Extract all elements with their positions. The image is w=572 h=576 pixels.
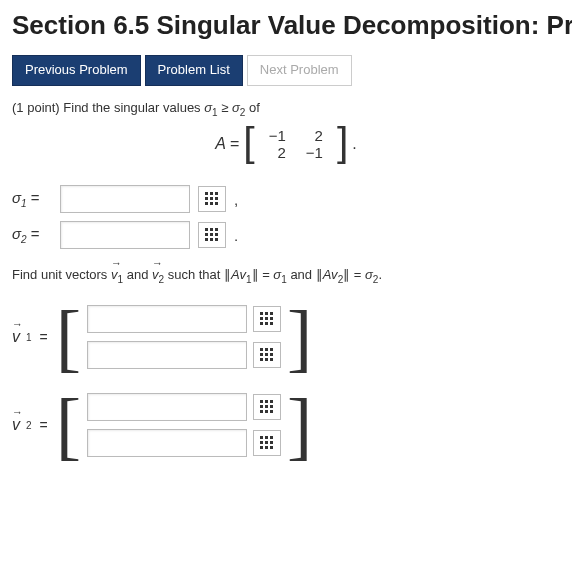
svg-rect-11 — [215, 228, 218, 231]
v1-label: v — [12, 328, 20, 346]
p2-Av2: Av — [323, 267, 338, 282]
svg-rect-17 — [215, 238, 218, 241]
keypad-button[interactable] — [253, 394, 281, 420]
keypad-button[interactable] — [253, 430, 281, 456]
page-title: Section 6.5 Singular Value Decomposition… — [12, 10, 560, 41]
next-problem-button: Next Problem — [247, 55, 352, 86]
sigma1-input[interactable] — [60, 185, 190, 213]
svg-rect-8 — [215, 202, 218, 205]
grid-icon — [260, 348, 274, 362]
grid-icon — [205, 192, 219, 206]
sigma1: σ — [204, 100, 212, 115]
svg-rect-42 — [260, 410, 263, 413]
sigma2-input[interactable] — [60, 221, 190, 249]
m-1-2: 2 — [296, 127, 333, 144]
p2-eq1: = — [259, 267, 274, 282]
svg-rect-50 — [270, 441, 273, 444]
problem-list-button[interactable]: Problem List — [145, 55, 243, 86]
svg-rect-31 — [265, 353, 268, 356]
sigma2: σ — [232, 100, 240, 115]
svg-rect-27 — [260, 348, 263, 351]
v2-lbracket: [ — [56, 397, 81, 454]
svg-rect-30 — [260, 353, 263, 356]
svg-rect-38 — [270, 400, 273, 403]
sigma2-row: σ2 = . — [12, 221, 560, 249]
svg-rect-14 — [215, 233, 218, 236]
previous-problem-button[interactable]: Previous Problem — [12, 55, 141, 86]
grid-icon — [205, 228, 219, 242]
svg-rect-39 — [260, 405, 263, 408]
m-2-2: −1 — [296, 144, 333, 161]
svg-rect-44 — [270, 410, 273, 413]
svg-rect-15 — [205, 238, 208, 241]
problem-prompt-2: Find unit vectors v1 and v2 such that ∥A… — [12, 267, 560, 285]
sigma2-lhs: σ — [12, 225, 21, 242]
keypad-button[interactable] — [198, 222, 226, 248]
prompt-text: Find the singular values — [63, 100, 204, 115]
matrix-table: −12 2−1 — [259, 127, 333, 161]
bracket-left: [ — [243, 126, 254, 159]
svg-rect-0 — [205, 192, 208, 195]
svg-rect-52 — [265, 446, 268, 449]
v1-sub: 1 — [26, 332, 32, 343]
svg-rect-26 — [270, 322, 273, 325]
keypad-button[interactable] — [198, 186, 226, 212]
svg-rect-24 — [260, 322, 263, 325]
p2-period: . — [378, 267, 382, 282]
svg-rect-13 — [210, 233, 213, 236]
svg-rect-16 — [210, 238, 213, 241]
sigma1-lhs: σ — [12, 189, 21, 206]
svg-rect-49 — [265, 441, 268, 444]
svg-rect-28 — [265, 348, 268, 351]
v2-block: v2 = [ ] — [12, 389, 560, 461]
p2-sig2: σ — [365, 267, 373, 282]
svg-rect-48 — [260, 441, 263, 444]
p2-eq2: = — [350, 267, 365, 282]
svg-rect-33 — [260, 358, 263, 361]
p2-and2: and — [287, 267, 316, 282]
geq-symbol: ≥ — [218, 100, 232, 115]
p2-Av1: Av — [231, 267, 246, 282]
v2-eq: = — [40, 417, 48, 433]
svg-rect-46 — [265, 436, 268, 439]
svg-rect-35 — [270, 358, 273, 361]
p2-norm1b: ∥ — [252, 267, 259, 282]
matrix-equation: A = [ −12 2−1 ] . — [12, 127, 560, 161]
prompt-tail: of — [245, 100, 259, 115]
sigma1-row: σ1 = , — [12, 185, 560, 213]
svg-rect-34 — [265, 358, 268, 361]
svg-rect-3 — [205, 197, 208, 200]
matrix-period: . — [352, 135, 356, 153]
svg-rect-19 — [265, 312, 268, 315]
matrix-lhs: A — [215, 135, 226, 153]
svg-rect-23 — [270, 317, 273, 320]
nav-bar: Previous Problem Problem List Next Probl… — [12, 55, 560, 86]
svg-rect-47 — [270, 436, 273, 439]
v1-eq: = — [40, 329, 48, 345]
v2-entry2-input[interactable] — [87, 429, 247, 457]
v2-sub: 2 — [26, 420, 32, 431]
svg-rect-1 — [210, 192, 213, 195]
keypad-button[interactable] — [253, 306, 281, 332]
problem-prompt-1: (1 point) Find the singular values σ1 ≥ … — [12, 100, 560, 118]
p2-norm1a: ∥ — [224, 267, 231, 282]
p2-v1: v — [111, 267, 118, 282]
svg-rect-25 — [265, 322, 268, 325]
svg-rect-4 — [210, 197, 213, 200]
svg-rect-9 — [205, 228, 208, 231]
v2-entry1-input[interactable] — [87, 393, 247, 421]
p2-b: such that — [164, 267, 224, 282]
svg-rect-43 — [265, 410, 268, 413]
sigma2-lhs-sub: 2 — [21, 234, 27, 245]
keypad-button[interactable] — [253, 342, 281, 368]
svg-rect-21 — [260, 317, 263, 320]
svg-rect-7 — [210, 202, 213, 205]
svg-rect-10 — [210, 228, 213, 231]
svg-rect-36 — [260, 400, 263, 403]
m-2-1: 2 — [259, 144, 296, 161]
v1-entry2-input[interactable] — [87, 341, 247, 369]
v1-lbracket: [ — [56, 309, 81, 366]
svg-rect-40 — [265, 405, 268, 408]
v1-entry1-input[interactable] — [87, 305, 247, 333]
svg-rect-45 — [260, 436, 263, 439]
